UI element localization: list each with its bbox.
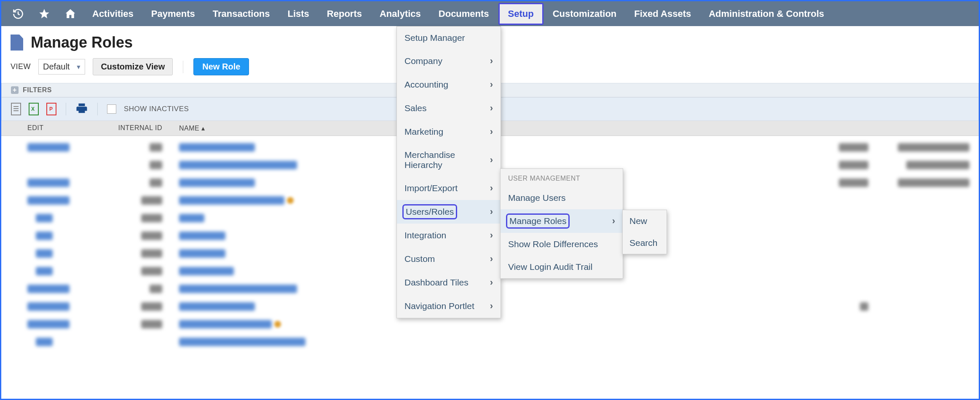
history-icon[interactable] [5, 1, 31, 26]
home-icon[interactable] [58, 1, 83, 26]
menu-item[interactable]: Company› [397, 49, 501, 73]
view-label: VIEW [11, 62, 31, 71]
filters-label: FILTERS [23, 86, 52, 94]
divider [183, 61, 183, 73]
chevron-right-icon: › [490, 155, 493, 165]
export-pdf-icon[interactable] [46, 103, 56, 115]
chevron-right-icon: › [490, 183, 493, 194]
view-select[interactable]: Default [38, 59, 85, 75]
chevron-right-icon: › [490, 103, 493, 114]
table-row [1, 333, 979, 351]
menu-item[interactable]: Users/Roles› [397, 200, 501, 224]
manage-roles-submenu: NewSearch [622, 210, 667, 254]
chevron-right-icon: › [490, 301, 493, 312]
nav-reports[interactable]: Reports [319, 1, 370, 26]
menu-item[interactable]: Accounting› [397, 73, 501, 96]
nav-analytics[interactable]: Analytics [371, 1, 429, 26]
menu-item[interactable]: Sales› [397, 96, 501, 120]
star-icon[interactable] [32, 1, 57, 26]
nav-transactions[interactable]: Transactions [204, 1, 278, 26]
menu-item[interactable]: View Login Audit Trail [501, 256, 623, 278]
new-role-button[interactable]: New Role [193, 58, 249, 75]
menu-item[interactable]: Search [623, 232, 667, 254]
print-icon[interactable] [75, 102, 88, 116]
show-inactives-checkbox[interactable] [107, 104, 116, 114]
top-nav: Activities Payments Transactions Lists R… [1, 1, 979, 26]
nav-documents[interactable]: Documents [430, 1, 498, 26]
menu-item[interactable]: New [623, 210, 667, 232]
chevron-right-icon: › [490, 206, 493, 217]
chevron-right-icon: › [612, 216, 615, 227]
chevron-right-icon: › [490, 56, 493, 67]
users-roles-submenu: USER MANAGEMENTManage UsersManage Roles›… [500, 168, 623, 279]
menu-item[interactable]: Integration› [397, 224, 501, 247]
chevron-right-icon: › [490, 253, 493, 264]
menu-item[interactable]: Merchandise Hierarchy› [397, 144, 501, 176]
page-title: Manage Roles [31, 34, 133, 51]
nav-activities[interactable]: Activities [84, 1, 142, 26]
menu-item[interactable]: Navigation Portlet› [397, 294, 501, 318]
menu-item[interactable]: Setup Manager [397, 27, 501, 49]
menu-item[interactable]: Show Role Differences [501, 233, 623, 256]
chevron-right-icon: › [490, 230, 493, 241]
col-internal-id[interactable]: INTERNAL ID [61, 124, 179, 132]
menu-item[interactable]: Manage Roles› [501, 209, 623, 233]
nav-lists[interactable]: Lists [279, 1, 318, 26]
nav-customization[interactable]: Customization [544, 1, 625, 26]
customize-view-button[interactable]: Customize View [93, 58, 173, 75]
menu-item[interactable]: Custom› [397, 247, 501, 271]
show-inactives-label: SHOW INACTIVES [124, 105, 189, 113]
chevron-right-icon: › [490, 277, 493, 288]
chevron-right-icon: › [490, 126, 493, 137]
menu-item[interactable]: Dashboard Tiles› [397, 271, 501, 294]
setup-dropdown: Setup ManagerCompany›Accounting›Sales›Ma… [396, 26, 501, 318]
nav-setup[interactable]: Setup [498, 3, 544, 25]
col-edit[interactable]: EDIT [11, 124, 61, 132]
expand-filters-icon[interactable]: + [11, 86, 19, 94]
chevron-right-icon: › [490, 79, 493, 90]
export-excel-icon[interactable] [29, 103, 39, 115]
nav-payments[interactable]: Payments [143, 1, 203, 26]
col-name[interactable]: NAME ▴ [179, 124, 969, 132]
menu-item[interactable]: Marketing› [397, 120, 501, 144]
menu-item[interactable]: Import/Export› [397, 176, 501, 200]
export-csv-icon[interactable] [11, 103, 21, 115]
divider [66, 103, 66, 115]
divider [97, 103, 98, 115]
svg-marker-0 [39, 9, 49, 18]
submenu-header: USER MANAGEMENT [501, 169, 623, 187]
menu-item[interactable]: Manage Users [501, 187, 623, 209]
nav-admin-controls[interactable]: Administration & Controls [700, 1, 833, 26]
page-icon [11, 35, 23, 51]
nav-fixed-assets[interactable]: Fixed Assets [626, 1, 699, 26]
